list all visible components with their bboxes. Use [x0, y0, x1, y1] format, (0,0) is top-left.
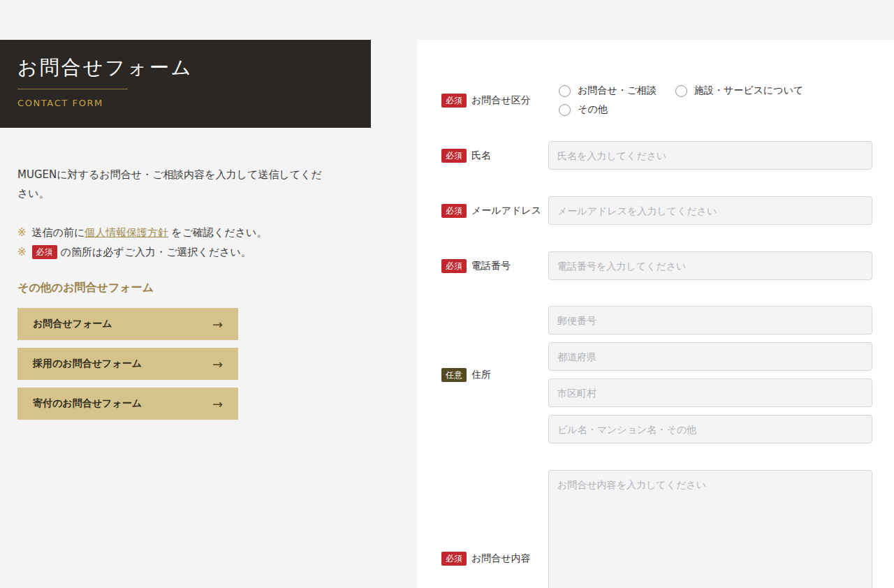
privacy-note-text: 送信の前に	[32, 223, 85, 243]
form-notes: ※ 送信の前に 個人情報保護方針 をご確認ください。 ※ 必須 の箇所は必ずご入…	[17, 223, 346, 262]
contact-form-button[interactable]: お問合せフォーム →	[17, 308, 238, 340]
required-badge: 必須	[441, 259, 467, 273]
radio-option-label: その他	[578, 103, 608, 116]
asterisk-marker: ※	[17, 223, 27, 243]
required-badge: 必須	[32, 245, 57, 259]
radio-line: その他	[559, 103, 872, 116]
phone-label: 必須 電話番号	[441, 259, 548, 273]
name-row: 必須 氏名	[441, 141, 872, 170]
required-badge: 必須	[441, 94, 467, 108]
radio-line: お問合せ・ご相談 施設・サービスについて	[559, 84, 872, 97]
arrow-right-icon: →	[212, 317, 223, 332]
radio-button-icon[interactable]	[559, 85, 571, 97]
page-title: お問合せフォーム	[17, 54, 371, 81]
required-note: ※ 必須 の箇所は必ずご入力・ご選択ください。	[17, 243, 346, 263]
radio-button-icon[interactable]	[675, 85, 687, 97]
radio-option-label: お問合せ・ご相談	[578, 84, 657, 97]
address-label: 任意 住所	[441, 368, 548, 382]
page-subtitle: CONTACT FORM	[17, 98, 371, 108]
category-label: 必須 お問合せ区分	[441, 94, 548, 108]
email-label: 必須 メールアドレス	[441, 204, 548, 218]
name-label: 必須 氏名	[441, 149, 548, 163]
radio-option-inquiry[interactable]: お問合せ・ご相談	[559, 84, 657, 97]
prefecture-input[interactable]	[548, 342, 872, 371]
radio-option-other[interactable]: その他	[559, 103, 608, 116]
field-label: 氏名	[471, 149, 491, 162]
asterisk-marker: ※	[17, 243, 27, 263]
contact-form-header: お問合せフォーム CONTACT FORM	[0, 40, 371, 128]
message-textarea[interactable]	[548, 470, 872, 588]
phone-row: 必須 電話番号	[441, 251, 872, 280]
intro-text: MUGENに対するお問合せ・ご相談内容を入力して送信してください。	[17, 166, 328, 203]
other-forms-list: お問合せフォーム → 採用のお問合せフォーム → 寄付のお問合せフォーム →	[17, 308, 346, 420]
category-row: 必須 お問合せ区分 お問合せ・ご相談 施設・サービスについて その他	[441, 84, 872, 116]
required-note-text: の箇所は必ずご入力・ご選択ください。	[61, 243, 251, 263]
message-label: 必須 お問合せ内容	[441, 552, 548, 566]
privacy-note: ※ 送信の前に 個人情報保護方針 をご確認ください。	[17, 223, 346, 243]
recruit-contact-form-button[interactable]: 採用のお問合せフォーム →	[17, 348, 238, 380]
required-badge: 必須	[441, 204, 467, 218]
field-label: お問合せ区分	[471, 94, 531, 107]
privacy-note-suffix: をご確認ください。	[171, 223, 267, 243]
field-label: お問合せ内容	[471, 552, 531, 565]
sidebar-body: MUGENに対するお問合せ・ご相談内容を入力して送信してください。 ※ 送信の前…	[17, 166, 346, 427]
button-label: 寄付のお問合せフォーム	[33, 397, 142, 410]
field-label: 住所	[471, 369, 491, 381]
radio-button-icon[interactable]	[559, 104, 571, 116]
donation-contact-form-button[interactable]: 寄付のお問合せフォーム →	[17, 388, 238, 420]
field-label: メールアドレス	[471, 205, 541, 217]
category-radio-group: お問合せ・ご相談 施設・サービスについて その他	[548, 84, 872, 116]
message-row: 必須 お問合せ内容	[441, 470, 872, 588]
button-label: お問合せフォーム	[33, 318, 112, 330]
radio-option-label: 施設・サービスについて	[694, 84, 803, 97]
email-row: 必須 メールアドレス	[441, 196, 872, 225]
zip-input[interactable]	[548, 306, 872, 335]
address-inputs	[548, 306, 872, 443]
name-input[interactable]	[548, 141, 872, 170]
email-input[interactable]	[548, 196, 872, 225]
field-label: 電話番号	[471, 260, 511, 272]
other-forms-heading: その他のお問合せフォーム	[17, 281, 346, 295]
required-badge: 必須	[441, 552, 467, 566]
building-input[interactable]	[548, 415, 872, 443]
title-divider	[17, 89, 128, 89]
contact-form-panel: 必須 お問合せ区分 お問合せ・ご相談 施設・サービスについて その他	[417, 40, 894, 588]
arrow-right-icon: →	[212, 397, 223, 411]
city-input[interactable]	[548, 378, 872, 407]
phone-input[interactable]	[548, 251, 872, 280]
privacy-policy-link[interactable]: 個人情報保護方針	[85, 223, 168, 243]
optional-badge: 任意	[441, 368, 467, 382]
radio-option-facility[interactable]: 施設・サービスについて	[675, 84, 803, 97]
required-badge: 必須	[441, 149, 467, 163]
button-label: 採用のお問合せフォーム	[33, 358, 142, 370]
address-row: 任意 住所	[441, 306, 872, 443]
arrow-right-icon: →	[212, 357, 223, 372]
